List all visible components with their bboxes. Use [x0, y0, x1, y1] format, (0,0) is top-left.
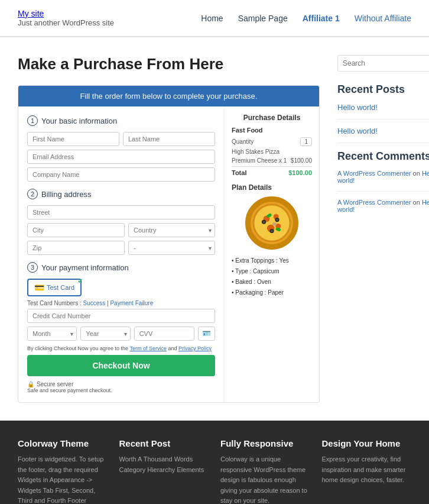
item-price: $100.00 — [291, 157, 312, 164]
site-branding: My site Just another WordPress site — [18, 9, 114, 27]
item-desc: Premium Cheese x 1 — [232, 157, 287, 164]
street-input[interactable] — [27, 205, 215, 219]
checkout-button[interactable]: Checkout Now — [27, 355, 215, 376]
failure-link[interactable]: Payment Failure — [110, 300, 153, 306]
first-name-input[interactable] — [27, 132, 119, 146]
commenter-1[interactable]: A WordPress Commenter — [337, 199, 411, 206]
footer-col0-text: Footer is widgetized. To setup the foote… — [18, 454, 108, 504]
plan-details-list: Extra Toppings : Yes Type : Capsicum Bak… — [232, 256, 312, 298]
lock-icon: 🔒 — [27, 381, 34, 387]
site-header: My site Just another WordPress site Home… — [0, 0, 429, 37]
company-input[interactable] — [27, 167, 215, 182]
plan-detail-2: Baked : Oven — [232, 277, 312, 287]
search-input[interactable] — [343, 59, 429, 67]
sidebar: 🔍 Recent Posts Hello world! Hello world!… — [337, 55, 429, 403]
post-link-0[interactable]: Hello world! — [337, 103, 429, 112]
search-box[interactable]: 🔍 — [337, 55, 429, 72]
secure-subtext: Safe and secure payment checkout. — [27, 387, 215, 393]
zip-input[interactable] — [27, 241, 125, 255]
terms-link[interactable]: Term of Service — [129, 345, 167, 351]
step2-num: 2 — [27, 189, 38, 199]
svg-point-11 — [276, 219, 278, 221]
step3-num: 3 — [27, 262, 38, 273]
footer-col-0: Colorway Theme Footer is widgetized. To … — [18, 438, 108, 504]
purchase-title: Purchase Details — [232, 114, 312, 122]
site-tagline: Just another WordPress site — [18, 18, 114, 27]
commenter-0[interactable]: A WordPress Commenter — [337, 170, 411, 177]
details-section: Purchase Details Fast Food Quantity 1 Hi… — [225, 106, 319, 402]
plan-detail-0: Extra Toppings : Yes — [232, 256, 312, 266]
item-name: High Stakes Pizza — [232, 148, 312, 155]
main-nav: Home Sample Page Affiliate 1 Without Aff… — [201, 14, 411, 23]
footer-col0-title: Colorway Theme — [18, 438, 108, 448]
success-link[interactable]: Success — [83, 300, 105, 306]
year-select[interactable]: Year — [80, 327, 130, 341]
country-select[interactable]: Country — [128, 223, 215, 237]
page-title: Make a Purchase From Here — [18, 55, 320, 73]
last-name-input[interactable] — [123, 132, 215, 146]
footer-main: Colorway Theme Footer is widgetized. To … — [0, 421, 429, 504]
nav-affiliate1[interactable]: Affiliate 1 — [303, 14, 340, 23]
credit-card-input[interactable] — [27, 309, 215, 323]
checkout-header: Fill the order form below to complete yo… — [18, 86, 319, 106]
step1-num: 1 — [27, 115, 38, 126]
cvv-input[interactable] — [134, 327, 194, 341]
footer: Colorway Theme Footer is widgetized. To … — [0, 421, 429, 504]
step1-title: 1 Your basic information — [27, 115, 215, 126]
footer-col3-title: Design Your Home — [322, 438, 412, 448]
plan-detail-1: Type : Capsicum — [232, 266, 312, 277]
footer-col1-title: Recent Post — [119, 438, 209, 448]
total-row: Total $100.00 — [232, 166, 312, 176]
terms-text: By clicking Checkout Now you agree to th… — [27, 345, 215, 351]
zip-extra-select[interactable]: - — [128, 241, 215, 255]
post-link-1[interactable]: Hello world! — [337, 127, 429, 135]
footer-col2-title: Fully Responsive — [220, 438, 310, 448]
nav-sample-page[interactable]: Sample Page — [238, 14, 288, 23]
site-title[interactable]: My site — [18, 9, 114, 18]
test-card-links: Test Card Numbers : Success | Payment Fa… — [27, 300, 215, 306]
footer-post-link-1[interactable]: Category Hierarchy Elements — [119, 465, 209, 476]
secure-row: 🔒 Secure server — [27, 381, 215, 387]
step3-title: 3 Your payment information — [27, 262, 215, 273]
pizza-image — [245, 196, 298, 250]
qty-row: Quantity 1 — [232, 137, 312, 146]
card-num-icon: 🪪 — [198, 327, 215, 341]
footer-col-3: Design Your Home Express your creativity… — [322, 438, 412, 504]
checkout-card: Fill the order form below to complete yo… — [18, 85, 320, 403]
main-content: Make a Purchase From Here Fill the order… — [18, 55, 320, 403]
privacy-link[interactable]: Privacy Policy — [178, 345, 212, 351]
footer-post-link-0[interactable]: Worth A Thousand Words — [119, 454, 209, 465]
checkout-body: 1 Your basic information — [18, 106, 319, 402]
card-icon: 💳 — [34, 283, 44, 292]
plan-detail-3: Packaging : Paper — [232, 287, 312, 298]
comment-0: A WordPress Commenter on Hello world! — [337, 170, 429, 184]
comment-1: A WordPress Commenter on Hello world! — [337, 199, 429, 213]
footer-col-1: Recent Post Worth A Thousand Words Categ… — [119, 438, 209, 504]
recent-comments-title: Recent Comments — [337, 150, 429, 163]
recent-posts-title: Recent Posts — [337, 83, 429, 96]
svg-point-9 — [263, 221, 265, 223]
qty-box: 1 — [300, 137, 312, 146]
form-section: 1 Your basic information — [18, 106, 225, 402]
nav-home[interactable]: Home — [201, 14, 223, 23]
svg-point-3 — [254, 205, 289, 240]
nav-without-affiliate[interactable]: Without Affiliate — [355, 14, 411, 23]
total-price: $100.00 — [288, 169, 312, 176]
plan-title: Plan Details — [232, 183, 312, 192]
city-input[interactable] — [27, 223, 125, 237]
month-select[interactable]: Month — [27, 327, 77, 341]
footer-col-2: Fully Responsive Colorway is a unique re… — [220, 438, 310, 504]
footer-col3-text: Express your creativity, find inspiratio… — [322, 454, 412, 486]
check-icon: ✔ — [77, 277, 83, 285]
step2-title: 2 Billing address — [27, 189, 215, 199]
content-wrap: Make a Purchase From Here Fill the order… — [0, 37, 429, 421]
svg-point-16 — [272, 222, 277, 225]
card-button[interactable]: 💳 Test Card ✔ — [27, 279, 82, 296]
svg-point-13 — [271, 230, 273, 232]
product-name: Fast Food — [232, 127, 312, 134]
footer-col2-text: Colorway is a unique responsive WordPres… — [220, 454, 310, 504]
email-input[interactable] — [27, 150, 215, 164]
